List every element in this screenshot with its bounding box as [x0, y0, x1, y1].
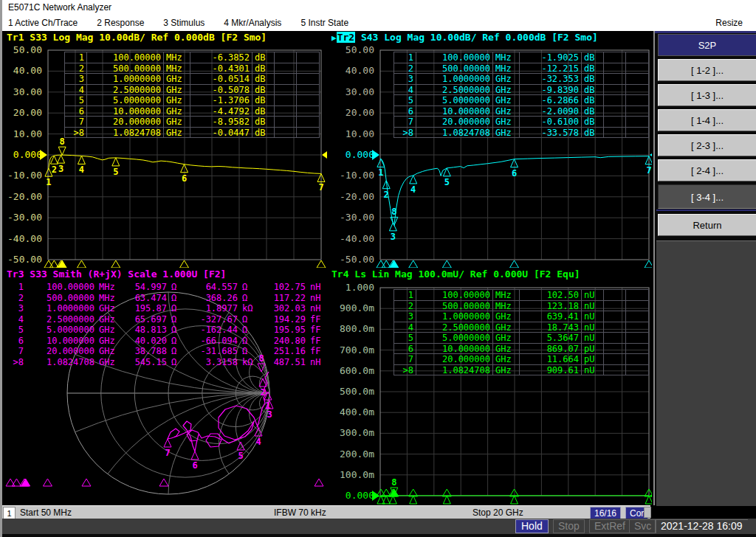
- frequency-unit: GHz: [164, 74, 190, 85]
- softkey-button-2-4[interactable]: [ 2-4 ]...: [658, 159, 756, 181]
- marker-frequency: 10.000000: [87, 106, 164, 117]
- menu-response[interactable]: 2 Response: [97, 15, 144, 31]
- value-unit-2: [626, 74, 649, 85]
- tr2-header[interactable]: ▶Tr2 S43 Log Mag 10.00dB/ Ref 0.000dB [F…: [331, 32, 598, 43]
- value-unit: Ω: [169, 282, 185, 293]
- value-unit-2: [626, 354, 649, 365]
- marker-frequency: 1.0000000: [87, 74, 164, 85]
- value-unit: dB: [252, 85, 275, 96]
- marker-value-2: [275, 74, 297, 85]
- smith-trace-line: [168, 372, 269, 451]
- frequency-unit: MHz: [97, 282, 120, 293]
- resize-control[interactable]: Resize: [715, 15, 743, 31]
- value-unit-2: [297, 95, 320, 106]
- marker-number: 5: [113, 167, 118, 177]
- marker-value-2: [275, 128, 297, 139]
- marker-icon: [389, 496, 396, 504]
- marker-number: 2: [394, 63, 416, 75]
- tr3-marker-table: 1100.00000MHz54.997Ω64.557Ω102.75nH2500.…: [10, 282, 324, 367]
- marker-number: 7: [165, 448, 170, 458]
- menu-mkr-analysis[interactable]: 4 Mkr/Analysis: [224, 15, 281, 31]
- marker-frequency: 5.0000000: [416, 333, 493, 344]
- frequency-unit: GHz: [493, 333, 520, 344]
- frequency-unit: MHz: [97, 293, 120, 304]
- marker-frequency: 1.0824708: [26, 357, 97, 368]
- marker-frequency: 20.000000: [26, 346, 97, 357]
- marker-number: 4: [255, 437, 261, 447]
- value-unit: Ω: [169, 336, 185, 347]
- marker-value-2: 1.8977: [185, 303, 240, 314]
- value-unit: Ω: [169, 293, 185, 304]
- marker-number: 3: [394, 74, 416, 85]
- value-unit: dB: [582, 85, 604, 96]
- y-tick-label: -30.00: [2, 212, 42, 223]
- marker-number: 3: [394, 311, 416, 322]
- marker-value-2: [604, 301, 626, 312]
- marker-value-2: [275, 106, 297, 117]
- marker-frequency: 2.5000000: [416, 322, 493, 333]
- frequency-unit: GHz: [164, 106, 190, 117]
- marker-number: 8: [60, 136, 65, 147]
- marker-number: 2: [65, 63, 87, 75]
- marker-value: 909.61: [520, 365, 582, 376]
- marker-value: -9.8390: [520, 85, 582, 96]
- marker-value: -2.0090: [520, 106, 582, 117]
- tr3-header[interactable]: Tr3 S33 Smith (R+jX) Scale 1.000U [F2]: [7, 268, 226, 280]
- marker-number: 6: [192, 460, 197, 471]
- marker-number: 5: [238, 451, 243, 461]
- marker-number: 1: [378, 505, 383, 505]
- marker-value-3: 487.51: [259, 357, 308, 368]
- marker-number: 3: [391, 505, 396, 505]
- instrument-status-bar: Hold Stop ExtRef Svc 2021-12-28 16:09: [2, 519, 756, 534]
- marker-number: 1: [378, 167, 383, 178]
- marker-tick-icon: [442, 260, 451, 268]
- marker-icon: [112, 158, 120, 166]
- tr1-header[interactable]: Tr1 S33 Log Mag 10.00dB/ Ref 0.000dB [F2…: [7, 32, 267, 43]
- y-tick-label: 30.00: [2, 86, 42, 97]
- marker-frequency: 100.00000: [416, 290, 493, 301]
- softkey-button-3-4[interactable]: [ 3-4 ]...: [658, 184, 756, 209]
- ifbw-value: IFBW 70 kHz: [274, 507, 326, 519]
- frequency-unit: GHz: [493, 311, 520, 322]
- value-unit-3: fF: [308, 325, 324, 336]
- extref-indicator: ExtRef: [589, 519, 630, 533]
- marker-tick-icon: [510, 260, 519, 268]
- marker-value: -12.215: [520, 63, 582, 75]
- marker-value: -8.9582: [190, 117, 252, 128]
- value-unit-2: Ω: [240, 346, 259, 357]
- app-window: E5071C Network Analyzer 1 Active Ch/Trac…: [0, 0, 756, 537]
- softkey-button-2-3[interactable]: [ 2-3 ]...: [658, 134, 756, 156]
- y-tick-label: 300.0m: [327, 427, 374, 438]
- marker-number: 3: [65, 74, 87, 85]
- softkey-button-1-3[interactable]: [ 1-3 ]...: [658, 84, 756, 106]
- marker-number: 7: [394, 354, 416, 365]
- y-tick-label: 200.0m: [327, 448, 374, 460]
- tr4-header[interactable]: Tr4 Ls Lin Mag 100.0mU/ Ref 0.000U [F2 E…: [331, 268, 580, 280]
- marker-number: 4: [394, 322, 416, 333]
- softkey-return-button[interactable]: Return: [658, 214, 756, 236]
- value-unit-2: kΩ: [240, 303, 259, 314]
- marker-frequency: 20.000000: [87, 117, 164, 128]
- marker-value-2: 368.26: [185, 293, 240, 304]
- value-unit: dB: [252, 117, 275, 128]
- value-unit-3: nH: [308, 303, 324, 314]
- value-unit-2: [297, 117, 320, 128]
- value-unit-3: fF: [308, 314, 324, 325]
- value-unit-3: nH: [308, 293, 324, 304]
- softkey-button-1-2[interactable]: [ 1-2 ]...: [658, 59, 756, 81]
- menu-active-ch-trace[interactable]: 1 Active Ch/Trace: [8, 15, 78, 31]
- marker-value-2: [604, 74, 626, 85]
- menu-instr-state[interactable]: 5 Instr State: [300, 15, 348, 31]
- marker-number: 1: [10, 282, 26, 293]
- softkey-button-1-4[interactable]: [ 1-4 ]...: [658, 109, 756, 131]
- y-tick-label: -10.00: [2, 170, 42, 181]
- value-unit: nU: [582, 301, 604, 312]
- marker-frequency: 5.0000000: [87, 95, 164, 106]
- frequency-unit: GHz: [493, 95, 520, 106]
- menu-stimulus[interactable]: 3 Stimulus: [163, 15, 205, 31]
- value-unit: Ω: [169, 325, 185, 336]
- marker-value-2: [275, 85, 297, 96]
- value-unit-2: [626, 333, 649, 344]
- marker-number: 5: [394, 95, 416, 106]
- marker-frequency: 10.000000: [416, 344, 493, 355]
